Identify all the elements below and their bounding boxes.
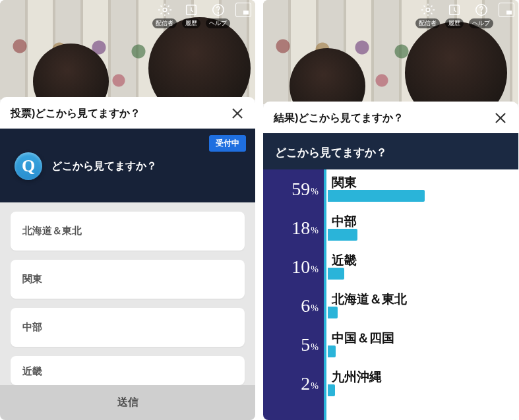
percent-sign: % [311,264,319,275]
history-icon [184,3,198,17]
result-bar [328,268,344,280]
poll-option[interactable]: 近畿 [11,356,245,385]
percent-cell: 6% [263,286,324,325]
percent-sign: % [311,342,319,353]
broadcaster-button[interactable]: 配信者 [415,3,440,28]
result-label: 中部 [332,215,518,227]
history-button[interactable]: 履歴 [182,3,200,28]
sheet-title: 結果)どこから見てますか？ [274,111,488,125]
status-badge: 受付中 [209,135,246,152]
gear-icon [158,3,172,17]
result-bar [328,307,338,318]
pip-icon [235,3,251,17]
result-label: 関東 [332,176,518,189]
poll-option[interactable]: 関東 [11,260,245,299]
pip-button[interactable] [235,3,251,28]
percent-sign: % [311,381,319,392]
close-icon[interactable] [493,111,508,125]
percent-value: 6 [301,295,310,316]
submit-button[interactable]: 送信 [0,385,255,420]
percent-cell: 2% [263,364,324,403]
percent-value: 59 [291,179,310,200]
percent-value: 5 [301,334,310,355]
result-bar [328,190,425,202]
percent-sign: % [311,303,319,314]
sheet-title: 投票)どこから見てますか？ [11,107,225,121]
result-row: 北海道＆東北 [325,286,518,325]
help-label: ヘルプ [469,18,493,28]
result-label: 中国＆四国 [332,332,518,344]
poll-option[interactable]: 北海道＆東北 [11,212,245,251]
poll-question-panel: 受付中 Q どこから見てますか？ [0,129,255,202]
history-label: 履歴 [182,18,200,28]
result-question-panel: どこから見てますか？ [263,133,518,169]
history-label: 履歴 [445,18,464,28]
result-bar [328,384,335,396]
percent-cell: 18% [263,208,324,247]
top-icon-bar: 配信者 履歴 ヘルプ [152,3,251,28]
result-row: 近畿 [325,247,518,286]
results-sheet: 結果)どこから見てますか？ どこから見てますか？ 59%18%10%6%5%2%… [263,102,518,420]
help-button[interactable]: ヘルプ [206,3,230,28]
result-row: 関東 [325,169,518,208]
sheet-header: 投票)どこから見てますか？ [0,97,255,129]
percent-value: 10 [291,256,310,278]
broadcaster-label: 配信者 [415,18,440,28]
video-preview: 配信者 履歴 ヘルプ [263,0,518,104]
pip-button[interactable] [499,3,514,28]
broadcaster-button[interactable]: 配信者 [152,3,177,28]
svg-point-0 [163,8,167,12]
percent-sign: % [311,225,319,236]
history-button[interactable]: 履歴 [445,3,464,28]
gear-icon [421,3,435,17]
result-label: 九州沖縄 [332,371,518,383]
result-question: どこから見てますか？ [275,145,506,160]
percent-value: 2 [301,373,310,394]
close-icon[interactable] [230,106,245,121]
result-row: 九州沖縄 [325,364,518,403]
poll-sheet: 投票)どこから見てますか？ 受付中 Q どこから見てますか？ 北海道＆東北 関東… [0,97,255,420]
svg-point-4 [426,8,430,12]
result-row: 中国＆四国 [325,325,518,364]
results-screen: 配信者 履歴 ヘルプ 結果)どこから見てますか？ どこから見てますか？ 59%1… [263,0,518,420]
question-text: どこから見てますか？ [51,160,157,173]
poll-screen: 配信者 履歴 ヘルプ 投票)どこから見てますか？ 受付中 Q どこから見てま [0,0,255,420]
percent-cell: 10% [263,247,324,286]
result-bar [328,229,357,241]
percent-sign: % [311,187,319,197]
help-icon [211,3,226,17]
results-chart: 59%18%10%6%5%2% 関東中部近畿北海道＆東北中国＆四国九州沖縄 [263,169,518,420]
poll-option[interactable]: 中部 [11,308,245,347]
result-label: 近畿 [332,254,518,266]
svg-point-3 [218,13,218,13]
pip-icon [499,3,514,17]
result-label: 北海道＆東北 [332,293,518,305]
broadcaster-label: 配信者 [152,18,177,28]
q-icon: Q [15,152,42,180]
bars-column: 関東中部近畿北海道＆東北中国＆四国九州沖縄 [324,169,518,420]
percent-cell: 59% [263,169,324,208]
sheet-header: 結果)どこから見てますか？ [263,102,518,133]
help-label: ヘルプ [206,18,230,28]
percent-value: 18 [291,218,310,239]
help-button[interactable]: ヘルプ [469,3,493,28]
result-row: 中部 [325,208,518,247]
history-icon [447,3,462,17]
result-bar [328,345,336,357]
options-list: 北海道＆東北 関東 中部 近畿 [0,202,255,385]
help-icon [474,3,489,17]
percent-cell: 5% [263,325,324,364]
percent-column: 59%18%10%6%5%2% [263,169,324,420]
video-preview: 配信者 履歴 ヘルプ [0,0,255,100]
svg-point-7 [481,13,481,13]
top-icon-bar: 配信者 履歴 ヘルプ [415,3,514,28]
